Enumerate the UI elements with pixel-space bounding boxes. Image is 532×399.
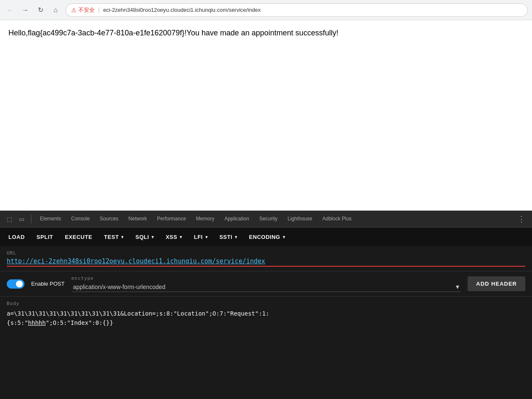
xss-dropdown-arrow: ▾ bbox=[180, 235, 182, 239]
body-line2: {s:5:"hhhhh";O:5:"Index":0:{}} bbox=[7, 318, 525, 327]
tab-application[interactable]: Application bbox=[219, 211, 254, 228]
tab-network[interactable]: Network bbox=[123, 211, 152, 228]
tab-adblock-plus[interactable]: Adblock Plus bbox=[317, 211, 356, 228]
ssti-dropdown-arrow: ▾ bbox=[235, 235, 237, 239]
post-label: Enable POST bbox=[31, 281, 65, 287]
tab-elements[interactable]: Elements bbox=[35, 211, 66, 228]
lfi-button[interactable]: LFI ▾ bbox=[189, 231, 213, 243]
toggle-slider bbox=[7, 279, 24, 289]
body-section: Body a=\31\31\31\31\31\31\31\31\31\31&Lo… bbox=[0, 296, 532, 399]
test-dropdown-arrow: ▾ bbox=[121, 235, 124, 239]
tab-separator bbox=[31, 215, 32, 223]
home-button[interactable]: ⌂ bbox=[50, 4, 61, 16]
security-warning: ⚠ 不安全 bbox=[71, 6, 95, 14]
post-toggle[interactable] bbox=[7, 279, 24, 289]
post-section: Enable POST enctype application/x-www-fo… bbox=[0, 271, 532, 296]
nav-buttons: ← → ↻ ⌂ bbox=[4, 4, 61, 16]
device-mode-button[interactable]: ▭ bbox=[16, 213, 28, 225]
lfi-dropdown-arrow: ▾ bbox=[205, 235, 208, 239]
enctype-select[interactable]: application/x-www-form-urlencoded ▾ bbox=[72, 282, 461, 292]
inspect-element-button[interactable]: ⬚ bbox=[3, 213, 16, 225]
tab-console[interactable]: Console bbox=[66, 211, 95, 228]
body-label: Body bbox=[7, 301, 525, 306]
url-label: URL bbox=[7, 250, 525, 256]
sqli-button[interactable]: SQLI ▾ bbox=[130, 231, 159, 243]
test-button[interactable]: TEST ▾ bbox=[99, 231, 129, 243]
split-button[interactable]: SPLIT bbox=[32, 231, 58, 243]
page-message: Hello,flag{ac499c7a-3acb-4e77-810a-e1fe1… bbox=[8, 29, 524, 37]
security-warning-text: 不安全 bbox=[78, 6, 95, 14]
warning-icon: ⚠ bbox=[71, 7, 77, 13]
body-line1: a=\31\31\31\31\31\31\31\31\31\31&Locatio… bbox=[7, 309, 525, 318]
execute-button[interactable]: EXECUTE bbox=[60, 231, 97, 243]
enctype-value: application/x-www-form-urlencoded bbox=[73, 284, 456, 290]
load-button[interactable]: LOAD bbox=[3, 231, 30, 243]
reload-button[interactable]: ↻ bbox=[35, 4, 46, 16]
encoding-dropdown-arrow: ▾ bbox=[283, 235, 285, 239]
tab-lighthouse[interactable]: Lighthouse bbox=[282, 211, 317, 228]
tab-performance[interactable]: Performance bbox=[152, 211, 191, 228]
ssti-button[interactable]: SSTI ▾ bbox=[214, 231, 242, 243]
page-content: Hello,flag{ac499c7a-3acb-4e77-810a-e1fe1… bbox=[0, 20, 532, 211]
enctype-label: enctype bbox=[72, 276, 461, 281]
forward-button[interactable]: → bbox=[19, 4, 31, 16]
hhhhh-underline: hhhhh bbox=[28, 319, 46, 326]
devtools-panel: ⬚ ▭ Elements Console Sources Network Per… bbox=[0, 211, 532, 399]
url-section: URL http://eci-2zehn348si0roo12oeyu.clou… bbox=[0, 246, 532, 271]
encoding-button[interactable]: ENCODING ▾ bbox=[244, 231, 290, 243]
address-divider: | bbox=[98, 6, 100, 14]
plugin-toolbar: LOAD SPLIT EXECUTE TEST ▾ SQLI ▾ XSS ▾ L… bbox=[0, 228, 532, 246]
enctype-container: enctype application/x-www-form-urlencode… bbox=[72, 276, 461, 292]
browser-toolbar: ← → ↻ ⌂ ⚠ 不安全 | eci-2zehn348si0roo12oeyu… bbox=[0, 0, 532, 20]
more-tabs-button[interactable]: ⋮ bbox=[514, 214, 529, 224]
devtools-tab-bar: ⬚ ▭ Elements Console Sources Network Per… bbox=[0, 211, 532, 228]
tab-memory[interactable]: Memory bbox=[191, 211, 219, 228]
address-bar[interactable]: ⚠ 不安全 | eci-2zehn348si0roo12oeyu.cloudec… bbox=[66, 3, 528, 17]
enctype-dropdown-arrow: ▾ bbox=[456, 283, 459, 291]
url-display: eci-2zehn348si0roo12oeyu.cloudeci1.ichun… bbox=[103, 7, 522, 13]
sqli-dropdown-arrow: ▾ bbox=[152, 235, 154, 239]
body-content: a=\31\31\31\31\31\31\31\31\31\31&Locatio… bbox=[7, 309, 525, 328]
xss-button[interactable]: XSS ▾ bbox=[161, 231, 187, 243]
add-header-button[interactable]: ADD HEADER bbox=[468, 276, 525, 291]
tab-security[interactable]: Security bbox=[254, 211, 282, 228]
tab-sources[interactable]: Sources bbox=[95, 211, 123, 228]
url-input[interactable]: http://eci-2zehn348si0roo12oeyu.cloudeci… bbox=[7, 257, 525, 267]
back-button[interactable]: ← bbox=[4, 4, 16, 16]
